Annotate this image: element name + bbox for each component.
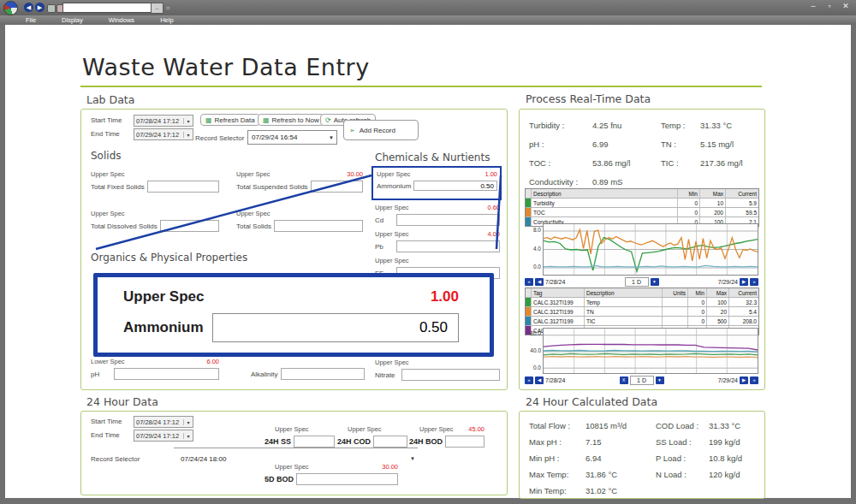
browse-button[interactable]: .. <box>151 3 163 14</box>
24h-cod-input[interactable] <box>373 436 407 448</box>
field-label: Nitrate <box>375 371 399 379</box>
address-input[interactable] <box>62 3 152 13</box>
col-header: Min <box>678 189 700 198</box>
5d-bod-input[interactable] <box>296 473 398 485</box>
range-dropdown-button[interactable]: ▾ <box>651 278 659 286</box>
scroll-far-right-button[interactable]: » <box>750 278 758 286</box>
menu-file[interactable]: File <box>26 16 36 24</box>
app-logo-icon <box>3 1 18 15</box>
calc-col1: Total Flow :10815 m³/d Max pH :7.15 Min … <box>529 418 657 499</box>
total-dissolved-solids-input[interactable] <box>160 220 219 232</box>
scroll-left-button[interactable]: ◀ <box>535 278 544 286</box>
24h-ss-input[interactable] <box>294 436 335 448</box>
field-label: Total Solids <box>236 222 271 230</box>
24h-bod-input[interactable] <box>445 436 484 448</box>
nitrate-input[interactable] <box>401 369 500 381</box>
menubar: File Display Windows Help <box>0 15 856 25</box>
field-label: 24H BOD <box>409 437 443 446</box>
value-text: 0.89 mS <box>592 177 622 187</box>
upper-spec-label: Upper Spec <box>375 230 409 238</box>
trend1-legend-table: Description Min Max Current Turbidity010… <box>525 188 759 227</box>
cd-input[interactable] <box>396 214 500 226</box>
menu-help[interactable]: Help <box>160 16 173 24</box>
ph-input[interactable] <box>114 368 219 380</box>
ammonium-input[interactable] <box>413 181 497 191</box>
total-solids-input[interactable] <box>274 220 363 232</box>
trend-plot-area[interactable] <box>543 328 758 374</box>
close-trend-button[interactable]: X <box>620 377 628 384</box>
chevron-down-icon: ▼ <box>326 135 336 140</box>
field-group-total-dissolved-solids: Upper Spec Total Dissolved Solids <box>91 209 219 232</box>
chevron-down-icon[interactable]: ▾ <box>183 433 193 439</box>
scroll-far-left-button[interactable]: « <box>525 278 533 286</box>
ammonium-zoom-callout: Upper Spec 1.00 Ammonium <box>93 273 494 357</box>
value-label: Turbidity : <box>529 121 592 130</box>
alkalinity-input[interactable] <box>281 368 365 380</box>
lab-record-selector-dropdown[interactable]: 07/29/24 16:54▼ <box>247 130 337 145</box>
range-end-date: 7/29/24 <box>718 279 738 285</box>
col-header: Units <box>663 288 688 297</box>
lab-start-time-picker[interactable]: 07/28/24 17:12▾ <box>134 115 193 127</box>
back-button[interactable]: ◀ <box>24 3 33 12</box>
value-label: Temp : <box>661 121 700 130</box>
chevron-down-icon[interactable]: ▾ <box>183 118 193 124</box>
value-label: COD Load : <box>656 421 709 430</box>
scroll-right-button[interactable]: ▶ <box>740 377 748 384</box>
day-data-heading: 24 Hour Data <box>86 395 158 408</box>
value-text: 4.25 fnu <box>592 121 621 130</box>
upper-spec-label: Upper Spec <box>275 425 309 433</box>
table-row[interactable]: Turbidity0105.9 <box>526 199 758 208</box>
trend-plot-area[interactable] <box>543 223 758 276</box>
ammonium-zoom-input[interactable] <box>212 313 460 342</box>
scroll-far-right-button[interactable]: » <box>750 377 758 384</box>
maximize-button[interactable]: ▫ <box>823 2 836 10</box>
table-row[interactable]: TOC020059.5 <box>526 208 758 217</box>
upper-spec-label: Upper Spec <box>236 210 270 217</box>
chevron-down-icon[interactable]: ▾ <box>183 132 193 138</box>
menu-display[interactable]: Display <box>62 16 83 24</box>
close-button[interactable]: ✕ <box>839 2 853 10</box>
field-label: Total Suspended Solids <box>236 183 308 191</box>
range-start-date: 7/28/24 <box>545 279 565 285</box>
table-row[interactable]: CALC.312TI199TIC0500208.0 <box>526 317 758 326</box>
options-icon[interactable]: = <box>166 4 170 12</box>
add-record-button[interactable]: ➢Add Record <box>343 120 419 140</box>
table-row[interactable]: CALC.312TI199Temp010032.3 <box>526 298 758 307</box>
field-group-ammonium: Upper Spec1.00 Ammonium <box>377 169 497 191</box>
field-group-24h-cod: Upper Spec 24H COD <box>337 424 407 448</box>
scroll-left-button[interactable]: ◀ <box>535 377 544 384</box>
pb-input[interactable] <box>396 240 500 252</box>
scroll-right-button[interactable]: ▶ <box>740 278 748 286</box>
field-label: Cd <box>375 216 394 224</box>
field-group-nitrate: Upper Spec Nitrate <box>375 358 500 381</box>
upper-spec-label: Upper Spec <box>91 170 125 178</box>
field-group-total-solids: Upper Spec Total Solids <box>236 209 363 232</box>
forward-button[interactable]: ▶ <box>35 3 45 12</box>
chevron-down-icon[interactable]: ▾ <box>183 419 193 425</box>
lab-end-time-picker[interactable]: 07/29/24 17:12▾ <box>134 128 193 140</box>
value-text: 31.02 °C <box>586 486 617 495</box>
value-text: 53.86 mg/l <box>592 158 630 168</box>
trend-chart-top: 8.0 4.0 0.0 <box>525 223 758 276</box>
total-suspended-solids-input[interactable] <box>311 181 363 193</box>
refresh-data-button[interactable]: ▦Refresh Data <box>200 114 260 126</box>
scroll-far-left-button[interactable]: « <box>525 377 533 384</box>
upper-spec-label: Upper Spec <box>377 170 411 178</box>
minimize-button[interactable]: – <box>806 2 820 10</box>
upper-spec-label: Upper Spec <box>123 288 204 305</box>
upper-spec-label: Upper Spec <box>375 204 409 211</box>
menu-windows[interactable]: Windows <box>109 16 134 24</box>
day-start-time-picker[interactable]: 07/28/24 17:12▾ <box>134 416 193 428</box>
range-dropdown-button[interactable]: ▾ <box>656 377 664 384</box>
upper-spec-value: 30.00 <box>382 463 398 471</box>
value-text: 199 kg/d <box>709 437 740 447</box>
value-text: 31.33 °C <box>700 121 732 130</box>
day-end-time-picker[interactable]: 07/29/24 17:12▾ <box>134 430 193 442</box>
table-row[interactable]: CALC.312TI199TN0205.4 <box>526 307 758 317</box>
series-color-chip <box>526 317 532 325</box>
snapshot-icon[interactable] <box>47 4 56 13</box>
refresh-to-now-button[interactable]: ▦Refresh to Now <box>258 114 324 126</box>
range-selector[interactable]: 1 D <box>625 277 649 287</box>
total-fixed-solids-input[interactable] <box>147 181 219 193</box>
range-selector[interactable]: 1 D <box>630 376 654 385</box>
